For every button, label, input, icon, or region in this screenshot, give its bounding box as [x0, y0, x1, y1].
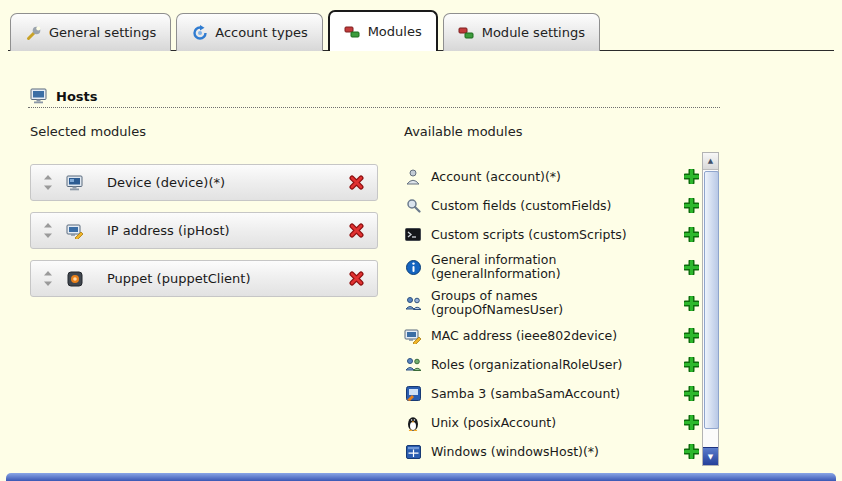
available-module-row-account: Account (account)(*): [404, 166, 700, 187]
available-module-name: Roles (organizationalRoleUser): [431, 358, 622, 372]
available-module-row-general-information: General information (generalInformation): [404, 253, 700, 281]
add-module-button[interactable]: [682, 443, 700, 461]
section-title: Hosts: [56, 89, 98, 104]
add-module-button[interactable]: [682, 414, 700, 432]
mac-address-icon: [404, 328, 422, 344]
available-modules-label: Available modules: [404, 124, 522, 139]
available-modules-scrollbar[interactable]: ▲ ▼: [702, 152, 719, 466]
tab-modules[interactable]: Modules: [328, 10, 438, 51]
penguin-icon: [404, 415, 422, 431]
drag-handle-icon[interactable]: [43, 175, 53, 190]
config-page: General settings Account types Modules M…: [0, 0, 842, 481]
available-module-name: Groups of names (groupOfNamesUser): [431, 289, 649, 317]
add-module-button[interactable]: [682, 294, 700, 312]
windows-icon: [404, 445, 422, 459]
ip-address-icon: [65, 223, 85, 239]
available-modules-list: Account (account)(*) Custom fields (cust…: [404, 152, 700, 464]
scroll-up-icon: ▲: [708, 157, 713, 165]
available-module-row-custom-fields: Custom fields (customFields): [404, 195, 700, 216]
tab-module-settings[interactable]: Module settings: [443, 13, 600, 51]
available-module-name: Samba 3 (sambaSamAccount): [431, 387, 620, 401]
drag-handle-icon[interactable]: [43, 223, 53, 238]
available-module-row-custom-scripts: Custom scripts (customScripts): [404, 224, 700, 245]
add-module-button[interactable]: [682, 356, 700, 374]
available-module-name: Custom fields (customFields): [431, 199, 611, 213]
scroll-down-icon: ▼: [708, 453, 713, 461]
tab-account-types[interactable]: Account types: [176, 13, 322, 51]
available-module-name: Windows (windowsHost)(*): [431, 445, 599, 459]
available-module-row-unix: Unix (posixAccount): [404, 412, 700, 433]
selected-module-name: Puppet (puppetClient): [107, 271, 250, 286]
add-module-button[interactable]: [682, 327, 700, 345]
add-module-button[interactable]: [682, 226, 700, 244]
bottom-section-bar[interactable]: [6, 473, 836, 481]
available-module-row-windows: Windows (windowsHost)(*): [404, 441, 700, 462]
roles-icon: [404, 357, 422, 372]
tab-general-settings[interactable]: General settings: [10, 13, 171, 51]
available-module-name: Custom scripts (customScripts): [431, 228, 627, 242]
available-module-name: Unix (posixAccount): [431, 416, 556, 430]
magnifier-icon: [404, 198, 422, 213]
selected-module-name: IP address (ipHost): [107, 223, 230, 238]
add-module-button[interactable]: [682, 197, 700, 215]
selected-modules-list: Device (device)(*) IP address (ipHost): [30, 164, 378, 297]
section-divider: [28, 107, 720, 108]
scroll-up-button[interactable]: ▲: [703, 153, 718, 170]
tab-label: Module settings: [482, 25, 585, 40]
wrench-icon: [25, 24, 42, 41]
available-module-name: Account (account)(*): [431, 170, 561, 184]
available-module-name: General information (generalInformation): [431, 253, 649, 281]
tab-label: General settings: [49, 25, 156, 40]
account-icon: [404, 169, 422, 185]
hosts-icon: [30, 88, 48, 104]
drag-handle-icon[interactable]: [43, 271, 53, 286]
modules-icon: [344, 23, 361, 40]
available-module-row-mac-address: MAC address (ieee802device): [404, 325, 700, 346]
available-module-row-groups-of-names: Groups of names (groupOfNamesUser): [404, 289, 700, 317]
tab-label: Account types: [215, 25, 307, 40]
puppet-icon: [65, 271, 85, 287]
samba-icon: [404, 386, 422, 401]
selected-module-row-iphost: IP address (ipHost): [30, 212, 378, 249]
terminal-icon: [404, 228, 422, 241]
scroll-down-button[interactable]: ▼: [703, 447, 718, 465]
refresh-gear-icon: [191, 24, 208, 41]
available-module-row-samba3: Samba 3 (sambaSamAccount): [404, 383, 700, 404]
remove-module-button[interactable]: [347, 174, 365, 192]
group-icon: [404, 296, 422, 311]
device-icon: [65, 175, 85, 191]
remove-module-button[interactable]: [347, 270, 365, 288]
add-module-button[interactable]: [682, 385, 700, 403]
tab-bar: General settings Account types Modules M…: [10, 10, 600, 51]
info-icon: [404, 260, 422, 275]
remove-module-button[interactable]: [347, 222, 365, 240]
section-header: Hosts: [30, 88, 98, 104]
add-module-button[interactable]: [682, 258, 700, 276]
selected-module-row-puppet: Puppet (puppetClient): [30, 260, 378, 297]
add-module-button[interactable]: [682, 168, 700, 186]
selected-module-row-device: Device (device)(*): [30, 164, 378, 201]
scrollbar-thumb[interactable]: [704, 171, 719, 429]
selected-module-name: Device (device)(*): [107, 175, 225, 190]
available-module-row-roles: Roles (organizationalRoleUser): [404, 354, 700, 375]
tab-label: Modules: [368, 24, 422, 39]
module-settings-icon: [458, 24, 475, 41]
available-module-name: MAC address (ieee802device): [431, 329, 617, 343]
selected-modules-label: Selected modules: [30, 124, 146, 139]
